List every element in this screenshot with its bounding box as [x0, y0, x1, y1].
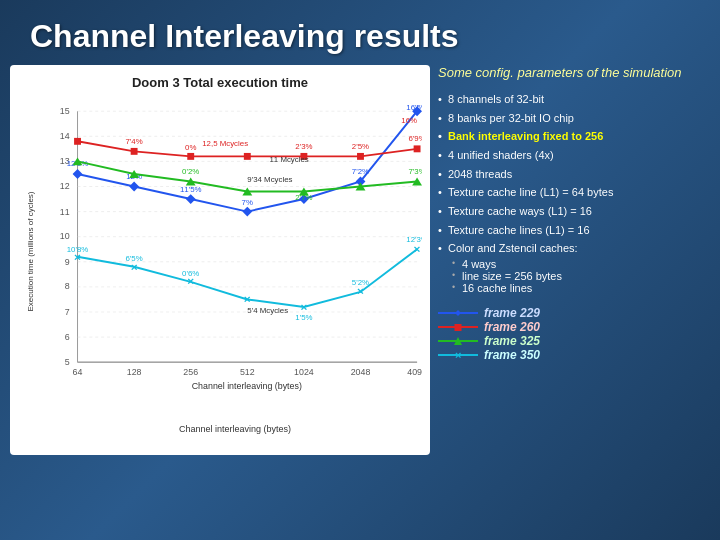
svg-rect-45 [74, 138, 81, 145]
config-item-4: 2048 threads [438, 165, 710, 184]
svg-text:15: 15 [60, 106, 70, 116]
chart-svg: 15 14 13 12 11 10 9 8 7 6 5 [48, 94, 422, 404]
svg-text:1024: 1024 [294, 367, 314, 377]
svg-text:7%: 7% [242, 198, 253, 207]
config-item-5: Texture cache line (L1) = 64 bytes [438, 183, 710, 202]
svg-text:0'6%: 0'6% [182, 269, 199, 278]
legend-area: frame 229 frame 260 frame 325 × [438, 306, 710, 362]
chart-inner: Execution time (millions of cycles) 15 1… [18, 94, 422, 434]
svg-rect-51 [414, 145, 421, 152]
svg-text:Channel interleaving (bytes): Channel interleaving (bytes) [192, 381, 302, 391]
config-item-6: Texture cache ways (L1) = 16 [438, 202, 710, 221]
config-item-7: Texture cache lines (L1) = 16 [438, 221, 710, 240]
svg-text:6'5%: 6'5% [126, 254, 143, 263]
legend-item-0: frame 229 [438, 306, 710, 320]
svg-text:5'4 Mcycles: 5'4 Mcycles [247, 306, 288, 315]
svg-text:64: 64 [73, 367, 83, 377]
svg-text:256: 256 [183, 367, 198, 377]
right-panel: Some config. parameters of the simulatio… [438, 65, 710, 455]
chart-area: Doom 3 Total execution time Execution ti… [10, 65, 430, 455]
svg-text:7: 7 [65, 307, 70, 317]
svg-text:12'3%: 12'3% [406, 235, 422, 244]
svg-text:11'5%: 11'5% [180, 185, 202, 194]
main-content: Doom 3 Total execution time Execution ti… [0, 65, 720, 455]
page-title: Channel Interleaving results [0, 0, 720, 65]
svg-text:6'9%: 6'9% [408, 134, 422, 143]
svg-rect-46 [131, 148, 138, 155]
svg-text:512: 512 [240, 367, 255, 377]
svg-text:128: 128 [127, 367, 142, 377]
svg-text:1'5%: 1'5% [295, 313, 312, 322]
svg-rect-50 [357, 153, 364, 160]
y-axis-label: Execution time (millions of cycles) [26, 192, 35, 312]
svg-text:9: 9 [65, 257, 70, 267]
sub-item-0: 4 ways [452, 258, 710, 270]
svg-text:8: 8 [65, 281, 70, 291]
sub-item-1: line size = 256 bytes [452, 270, 710, 282]
config-item-0: 8 channels of 32-bit [438, 90, 710, 109]
legend-label-1: frame 260 [484, 320, 540, 334]
svg-text:2'7%: 2'7% [295, 193, 312, 202]
svg-marker-32 [73, 169, 83, 179]
config-item-1: 8 banks per 32-bit IO chip [438, 109, 710, 128]
svg-text:0'2%: 0'2% [182, 167, 199, 176]
chart-title: Doom 3 Total execution time [18, 75, 422, 90]
svg-text:4096: 4096 [407, 367, 422, 377]
svg-text:11: 11 [60, 207, 70, 217]
svg-text:16'5%: 16'5% [406, 103, 422, 112]
svg-marker-35 [242, 207, 252, 217]
svg-text:7'2%: 7'2% [352, 167, 369, 176]
legend-item-3: × frame 350 [438, 348, 710, 362]
svg-marker-33 [129, 182, 139, 192]
svg-text:14: 14 [60, 131, 70, 141]
svg-rect-47 [187, 153, 194, 160]
config-item-3: 4 unified shaders (4x) [438, 146, 710, 165]
legend-line-2 [438, 335, 478, 347]
config-item-8: Color and Zstencil caches: [438, 239, 710, 258]
legend-label-2: frame 325 [484, 334, 540, 348]
config-item-2: Bank interleaving fixed to 256 [438, 127, 710, 146]
svg-text:7'3%: 7'3% [408, 167, 422, 176]
svg-rect-48 [244, 153, 251, 160]
legend-label-0: frame 229 [484, 306, 540, 320]
svg-text:5'2%: 5'2% [352, 278, 369, 287]
svg-rect-88 [455, 324, 462, 331]
svg-text:6: 6 [65, 332, 70, 342]
svg-text:9'34 Mcycles: 9'34 Mcycles [247, 175, 292, 184]
sub-list: 4 ways line size = 256 bytes 16 cache li… [438, 258, 710, 294]
svg-text:5: 5 [65, 357, 70, 367]
svg-text:16%: 16% [401, 116, 417, 125]
svg-text:2'5%: 2'5% [352, 142, 369, 151]
legend-item-1: frame 260 [438, 320, 710, 334]
legend-label-3: frame 350 [484, 348, 540, 362]
svg-text:7'4%: 7'4% [126, 137, 143, 146]
svg-text:×: × [244, 292, 251, 306]
svg-text:12,5 Mcycles: 12,5 Mcycles [202, 139, 248, 148]
legend-item-2: frame 325 [438, 334, 710, 348]
x-axis-label: Channel interleaving (bytes) [48, 424, 422, 434]
sub-item-2: 16 cache lines [452, 282, 710, 294]
config-title: Some config. parameters of the simulatio… [438, 65, 710, 82]
svg-marker-86 [455, 310, 461, 316]
svg-text:12: 12 [60, 181, 70, 191]
svg-text:10'8%: 10'8% [67, 245, 89, 254]
svg-text:11 Mcycles: 11 Mcycles [269, 155, 308, 164]
legend-line-1 [438, 321, 478, 333]
legend-line-0 [438, 307, 478, 319]
series-frame229 [78, 111, 418, 211]
svg-text:10: 10 [60, 231, 70, 241]
legend-line-3: × [438, 349, 478, 361]
svg-text:2'3%: 2'3% [295, 142, 312, 151]
svg-text:2048: 2048 [351, 367, 371, 377]
svg-marker-34 [186, 194, 196, 204]
svg-text:×: × [455, 349, 461, 361]
config-list: 8 channels of 32-bit 8 banks per 32-bit … [438, 90, 710, 258]
svg-text:0%: 0% [185, 143, 196, 152]
